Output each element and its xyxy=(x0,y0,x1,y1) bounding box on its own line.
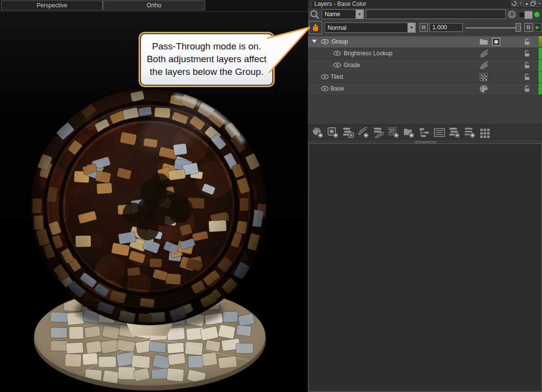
layer-name: Group xyxy=(331,38,348,45)
play-icon[interactable]: ▶ xyxy=(534,23,542,32)
amount-slider-handle[interactable] xyxy=(516,23,521,32)
cache-status-strip xyxy=(539,71,542,83)
close-icon[interactable]: × xyxy=(537,0,542,7)
layers-panel: Layers - Base Color ? ▲ × Name ▼ × xyxy=(307,0,542,392)
folder-icon xyxy=(479,38,488,46)
layer-name: Grade xyxy=(344,62,360,69)
layer-list: Group Brightness Lookup xyxy=(308,35,542,125)
search-filter-value: Name xyxy=(322,11,355,18)
add-paint-layer-button[interactable] xyxy=(310,126,326,140)
layer-row-brightness-lookup[interactable]: Brightness Lookup xyxy=(308,48,542,59)
adjustment-curves-icon xyxy=(479,61,488,69)
blend-mode-value: Normal xyxy=(325,24,407,31)
cache-status-strip xyxy=(539,48,542,59)
grid-view-button[interactable] xyxy=(477,126,493,140)
lower-empty-panel xyxy=(308,143,542,392)
panel-drag-grip-icon[interactable] xyxy=(309,1,312,7)
list-view-button[interactable] xyxy=(432,126,447,140)
filter-toggle[interactable] xyxy=(518,12,532,18)
callout-bubble: Pass-Through mode is on. Both adjustment… xyxy=(140,33,273,86)
procedural-checker-icon xyxy=(479,73,488,81)
layer-name: Tiled xyxy=(330,73,343,80)
layer-name: Base xyxy=(330,85,344,92)
search-input[interactable] xyxy=(366,9,506,19)
reset-amount-button[interactable]: R xyxy=(524,23,533,32)
eye-icon[interactable] xyxy=(333,62,341,69)
add-mask-stack-button[interactable] xyxy=(341,126,356,140)
unlock-icon[interactable] xyxy=(523,49,531,57)
layer-row-base[interactable]: Base xyxy=(308,83,542,94)
chevron-down-icon: ▼ xyxy=(407,23,415,32)
add-adjustment-layer-button[interactable] xyxy=(356,126,371,140)
tab-perspective-label: Perspective xyxy=(37,2,68,9)
collapse-icon[interactable]: ▲ xyxy=(524,0,530,7)
add-adjustment-stack-button[interactable] xyxy=(371,126,386,140)
unlock-icon[interactable] xyxy=(523,73,531,81)
search-icon xyxy=(309,9,320,20)
layer-row-grade[interactable]: Grade xyxy=(308,60,542,71)
search-filter-dropdown[interactable]: Name ▼ xyxy=(322,9,364,19)
clear-search-icon[interactable]: × xyxy=(508,10,516,19)
float-window-icon[interactable] xyxy=(530,0,536,7)
layer-toolbar xyxy=(308,125,542,140)
layer-graph-button[interactable] xyxy=(417,126,432,140)
cache-status-strip xyxy=(539,83,542,94)
tab-ortho-label: Ortho xyxy=(146,2,161,9)
cache-status-strip xyxy=(539,60,542,71)
blend-mode-dropdown[interactable]: Normal ▼ xyxy=(325,23,416,33)
layer-row-group[interactable]: Group xyxy=(308,36,542,47)
cache-status-strip xyxy=(539,36,542,47)
status-dot xyxy=(534,12,540,17)
blend-row: Normal ▼ R R ▶ xyxy=(308,21,542,35)
paint-palette-icon xyxy=(479,85,488,93)
add-procedural-layer-button[interactable] xyxy=(386,126,401,140)
eye-icon[interactable] xyxy=(321,73,329,80)
add-group-button[interactable] xyxy=(401,126,417,140)
merge-layers-button[interactable] xyxy=(462,126,477,140)
amount-field[interactable] xyxy=(429,23,463,32)
panel-header: Layers - Base Color ? ▲ × xyxy=(308,0,542,9)
layer-name: Brightness Lookup xyxy=(344,50,392,57)
reset-blend-button[interactable]: R xyxy=(420,23,428,32)
mask-thumbnail-icon[interactable] xyxy=(492,38,500,46)
add-mask-button[interactable] xyxy=(326,126,341,140)
unlock-icon[interactable] xyxy=(523,61,531,69)
layer-row-tiled[interactable]: Tiled xyxy=(308,71,542,83)
tab-perspective[interactable]: Perspective xyxy=(1,0,103,10)
panel-title: Layers - Base Color xyxy=(314,0,366,7)
search-row: Name ▼ × xyxy=(308,8,542,21)
remove-layer-button[interactable] xyxy=(447,126,462,140)
callout-text: Pass-Through mode is on. Both adjustment… xyxy=(147,41,267,77)
eye-icon[interactable] xyxy=(333,50,341,57)
eye-icon[interactable] xyxy=(321,85,329,92)
unlock-icon[interactable] xyxy=(523,38,531,46)
callout-tail xyxy=(262,21,319,77)
viewport-tab-bar: Perspective Ortho xyxy=(0,0,307,12)
refresh-icon[interactable] xyxy=(511,0,517,7)
chevron-down-icon: ▼ xyxy=(355,10,363,19)
amount-slider-track[interactable] xyxy=(466,27,521,28)
unlock-icon[interactable] xyxy=(523,85,531,92)
toggle-knob xyxy=(524,11,533,19)
adjustment-curves-icon xyxy=(479,49,488,58)
eye-icon[interactable] xyxy=(321,38,329,45)
help-icon[interactable]: ? xyxy=(518,0,523,7)
tab-ortho[interactable]: Ortho xyxy=(103,0,205,10)
